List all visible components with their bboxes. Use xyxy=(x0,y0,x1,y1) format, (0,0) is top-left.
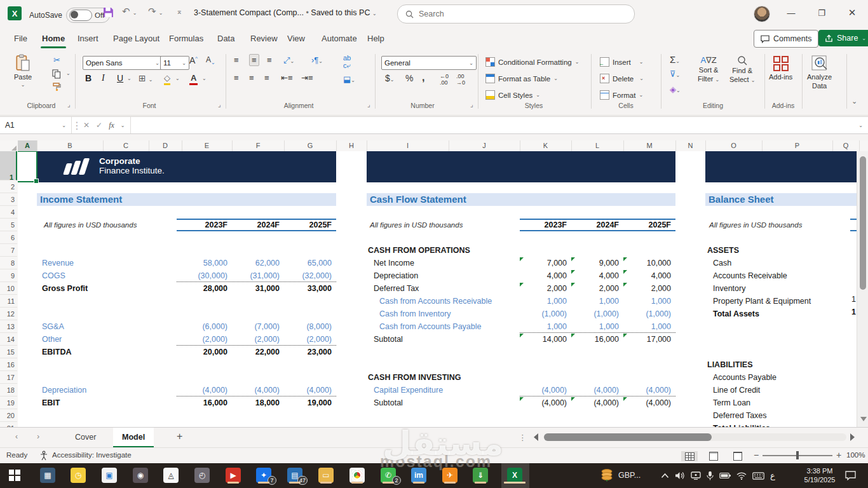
save-icon[interactable] xyxy=(103,7,114,18)
balance-row-term-loan[interactable]: Term Loan xyxy=(18,396,857,409)
decrease-decimal-icon[interactable]: .00→0 xyxy=(456,73,465,86)
text-direction-icon[interactable]: ›¶⌄ xyxy=(311,55,323,65)
addins-button[interactable]: Add-ins xyxy=(769,55,792,81)
redo-button[interactable]: ↷ ⌄ xyxy=(148,6,163,17)
cell-value[interactable]: 22,000 xyxy=(229,346,280,358)
row-header-3[interactable]: 3 xyxy=(0,193,17,206)
zoom-slider-handle[interactable] xyxy=(796,451,799,459)
row-header-4[interactable]: 4 xyxy=(0,206,17,219)
zoom-level[interactable]: 100% xyxy=(846,451,865,459)
keyboard-icon[interactable] xyxy=(752,472,764,480)
borders-icon[interactable]: ⊞ ⌄ xyxy=(139,73,153,83)
taskbar-app-chrome-icon[interactable] xyxy=(349,467,365,484)
align-center-icon[interactable]: ≡ xyxy=(249,73,254,83)
column-header-i[interactable]: I xyxy=(367,140,449,151)
horizontal-scrollbar[interactable] xyxy=(544,433,846,441)
search-box[interactable]: Search xyxy=(397,4,635,24)
cell-value[interactable]: 23,000 xyxy=(281,346,332,358)
close-button[interactable]: ✕ xyxy=(841,3,863,22)
ribbon-tab-home[interactable]: Home xyxy=(39,30,67,47)
row-header-2[interactable]: 2 xyxy=(0,180,17,193)
format-painter-icon[interactable] xyxy=(52,82,62,94)
ribbon-tab-page-layout[interactable]: Page Layout xyxy=(111,30,162,47)
align-bottom-icon[interactable]: ≡ xyxy=(267,55,272,65)
cell-value[interactable]: 20,000 xyxy=(177,346,227,358)
row-header-17[interactable]: 17 xyxy=(0,371,17,384)
name-box[interactable]: A1⌄ xyxy=(0,117,72,133)
column-header-q[interactable]: Q xyxy=(832,140,860,151)
row-header-12[interactable]: 12 xyxy=(0,308,17,320)
copy-dropdown-icon[interactable]: ⌄ xyxy=(66,71,71,76)
taskbar-app-messages-app-icon[interactable]: ▤47 xyxy=(287,467,303,484)
taskbar-app-file-explorer-icon[interactable]: ▭ xyxy=(318,467,334,484)
vertical-scrollbar-thumb[interactable] xyxy=(860,156,866,290)
increase-font-icon[interactable]: A^ xyxy=(189,55,198,65)
row-header-5[interactable]: 5 xyxy=(0,219,17,231)
ribbon-tab-help[interactable]: Help xyxy=(365,30,387,47)
autosave-toggle[interactable]: AutoSave Off xyxy=(29,8,110,23)
zoom-in-icon[interactable]: + xyxy=(836,450,841,460)
insert-function-icon[interactable]: fx xyxy=(109,121,114,130)
accessibility-status[interactable]: Accessibility: Investigate xyxy=(52,451,132,459)
clear-icon[interactable]: ◈⌄ xyxy=(670,85,681,94)
normal-view-button[interactable] xyxy=(681,451,698,461)
selected-cell-a1[interactable] xyxy=(18,151,37,182)
taskbar-app-start-icon[interactable] xyxy=(6,467,23,484)
balance-row-inventory[interactable]: Inventory xyxy=(18,282,857,295)
sheet-tab-cover[interactable]: Cover xyxy=(66,428,105,447)
decrease-font-icon[interactable]: A⌄ xyxy=(206,55,215,65)
expand-formula-bar-icon[interactable]: ⌄ xyxy=(858,123,868,128)
balance-row-total-assets[interactable]: Total Assets xyxy=(18,308,857,320)
row-header-9[interactable]: 9 xyxy=(0,269,17,282)
cell-styles-button[interactable]: Cell Styles⌄ xyxy=(485,88,540,102)
language-indicator[interactable]: ع xyxy=(770,471,775,480)
row-header-11[interactable]: 11 xyxy=(0,295,17,308)
ribbon-tab-insert[interactable]: Insert xyxy=(75,30,101,47)
percent-style-icon[interactable]: % xyxy=(405,73,413,83)
comments-button[interactable]: Comments xyxy=(754,30,818,48)
cashflow-row-cash-from-accounts-payable[interactable]: Cash from Accounts Payable1,0001,0001,00… xyxy=(18,320,857,333)
cell-value[interactable]: 16,000 xyxy=(568,333,619,346)
font-name-combobox[interactable]: Open Sans⌄ xyxy=(83,56,163,70)
sheet-tab-model[interactable]: Model xyxy=(113,428,154,447)
cell-value[interactable]: 14,000 xyxy=(516,333,567,346)
conditional-formatting-button[interactable]: Conditional Formatting⌄ xyxy=(485,55,579,69)
balance-row-assets[interactable]: ASSETS xyxy=(18,244,857,257)
font-color-dropdown-icon[interactable]: ⌄ xyxy=(202,76,207,81)
row-headers[interactable]: 123456789101112131415161718192021 xyxy=(0,151,18,427)
insert-cells-button[interactable]: ← Insert⌄ xyxy=(600,55,643,69)
number-format-combobox[interactable]: General⌄ xyxy=(381,56,477,70)
column-header-m[interactable]: M xyxy=(623,140,676,151)
fill-icon[interactable]: ⊽⌄ xyxy=(670,69,680,79)
fill-color-dropdown-icon[interactable]: ⌄ xyxy=(175,76,180,81)
battery-icon[interactable] xyxy=(719,472,731,479)
decrease-indent-icon[interactable]: ⇤≡ xyxy=(281,73,292,83)
number-dialog-launcher-icon[interactable]: ⌟ xyxy=(470,101,473,108)
share-button[interactable]: Share⌄ xyxy=(818,30,868,46)
page-layout-view-button[interactable] xyxy=(705,451,722,461)
taskbar-app-messenger-icon[interactable]: ✦7 xyxy=(255,467,272,484)
balance-row-accounts-receivable[interactable]: Accounts Receivable xyxy=(18,269,857,282)
column-header-o[interactable]: O xyxy=(705,140,763,151)
column-header-f[interactable]: F xyxy=(232,140,285,151)
ribbon-tab-review[interactable]: Review xyxy=(248,30,280,47)
cell-value[interactable]: 1,000 xyxy=(568,320,619,333)
wrap-text-icon[interactable]: abc⤶ xyxy=(343,54,351,70)
page-break-view-button[interactable] xyxy=(729,451,746,461)
taskbar-app-microsoft-store-icon[interactable]: ▣ xyxy=(101,467,118,484)
add-sheet-button[interactable]: + xyxy=(177,431,182,442)
taskbar-app-calculator-icon[interactable]: ▦ xyxy=(39,467,56,484)
font-color-icon[interactable]: A xyxy=(189,73,198,85)
hscroll-right-icon[interactable] xyxy=(850,433,855,441)
zoom-out-icon[interactable]: − xyxy=(754,450,759,460)
vertical-scrollbar[interactable] xyxy=(857,151,868,427)
balance-row-liabilities[interactable]: LIABILITIES xyxy=(18,358,857,371)
restore-button[interactable]: ❐ xyxy=(811,3,832,22)
volume-icon[interactable] xyxy=(675,471,685,480)
format-as-table-button[interactable]: Format as Table⌄ xyxy=(485,72,558,85)
taskbar-clock[interactable]: 3:38 PM 5/19/2025 xyxy=(797,466,842,484)
fill-color-icon[interactable]: ◇ xyxy=(164,73,170,85)
find-select-button[interactable]: Find &Select ⌄ xyxy=(729,55,755,83)
cell-value[interactable]: 1,000 xyxy=(516,320,567,333)
italic-button[interactable]: I xyxy=(102,73,105,83)
